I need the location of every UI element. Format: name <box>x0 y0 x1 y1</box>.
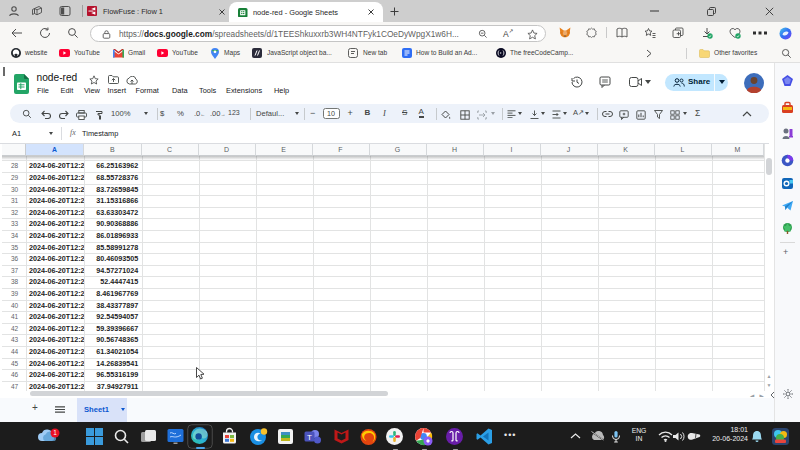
svg-text:1: 1 <box>53 429 57 436</box>
svg-text:T: T <box>307 432 312 441</box>
